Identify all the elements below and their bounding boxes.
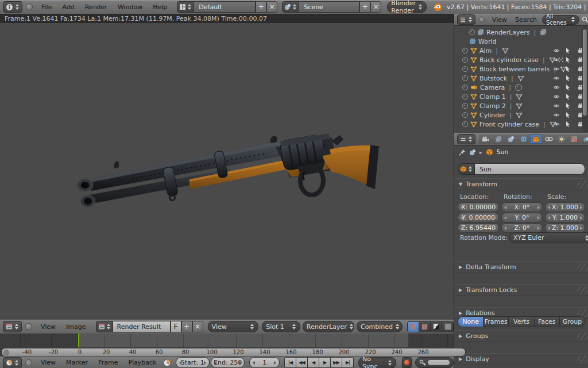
- outliner-row-renderlayers[interactable]: RenderLayers |: [454, 28, 588, 37]
- draw-alpha-button[interactable]: [431, 321, 442, 332]
- draw-rgba-button[interactable]: [419, 321, 431, 332]
- panel-transform[interactable]: ▼ Transform: [454, 178, 588, 190]
- tab-world[interactable]: [517, 135, 529, 144]
- selectable-toggle[interactable]: [562, 93, 574, 100]
- editor-type-button-properties[interactable]: [457, 134, 475, 144]
- timeline-menu-marker[interactable]: Marker: [61, 359, 93, 366]
- rotation-z-field[interactable]: Z: 0°: [501, 223, 543, 233]
- duplication-faces-button[interactable]: Faces: [535, 316, 560, 327]
- render-layer-select[interactable]: RenderLayer: [303, 321, 354, 332]
- location-x-field[interactable]: X: 0.00000: [458, 202, 499, 212]
- menu-window[interactable]: Window: [113, 3, 148, 11]
- auto-keyframe-record-button[interactable]: [402, 357, 412, 368]
- outliner-row-butstock[interactable]: Butstock |: [454, 74, 588, 83]
- menu-add[interactable]: Add: [57, 3, 79, 11]
- screen-layout-dropdown[interactable]: [177, 1, 194, 13]
- breadcrumb-object-name[interactable]: Sun: [497, 148, 509, 156]
- scene-name[interactable]: Scene: [299, 1, 359, 13]
- scale-y-field[interactable]: Y: 1.000: [545, 213, 585, 223]
- tab-render[interactable]: [479, 135, 492, 144]
- close-layout-button[interactable]: ×: [266, 1, 277, 13]
- editor-type-button-image[interactable]: [3, 321, 22, 332]
- duplication-frames-button[interactable]: Frames: [483, 316, 509, 327]
- render-slot-select[interactable]: Slot 1: [262, 321, 300, 332]
- current-frame-field[interactable]: 1: [249, 357, 280, 368]
- tab-texture[interactable]: [568, 135, 580, 144]
- menu-collapse-icon[interactable]: [479, 17, 485, 22]
- time-indicator-button[interactable]: [163, 359, 171, 367]
- image-menu-image[interactable]: Image: [61, 323, 91, 331]
- panel-display[interactable]: ▶Display: [454, 353, 588, 365]
- hide-toggle[interactable]: [551, 57, 562, 62]
- panel-delta-transform[interactable]: ▶Delta Transform: [454, 261, 588, 273]
- outliner-row-world[interactable]: World: [454, 37, 588, 46]
- selectable-toggle[interactable]: [562, 56, 574, 63]
- render-result-view[interactable]: [0, 23, 454, 320]
- duplication-verts-button[interactable]: Verts: [509, 316, 534, 327]
- expand-toggle-icon[interactable]: [462, 112, 468, 118]
- timeline-track[interactable]: [0, 334, 454, 347]
- location-y-field[interactable]: Y: 0.00000: [458, 213, 499, 223]
- expand-toggle-icon[interactable]: [462, 48, 468, 53]
- expand-toggle-icon[interactable]: [469, 29, 475, 35]
- current-frame-playhead[interactable]: [78, 334, 79, 347]
- selectable-toggle[interactable]: [562, 47, 574, 54]
- tab-scene[interactable]: [505, 135, 517, 144]
- end-frame-field[interactable]: End: 250: [211, 357, 245, 368]
- expand-toggle-icon[interactable]: [462, 57, 468, 63]
- play-reverse-button[interactable]: ◀: [308, 357, 319, 368]
- render-pass-select[interactable]: Combined: [357, 321, 403, 332]
- hide-toggle[interactable]: [551, 67, 562, 71]
- outliner-row-clamp-1[interactable]: Clamp 1 |: [454, 92, 588, 101]
- outliner-row-clamp-2[interactable]: Clamp 2 |: [454, 101, 588, 110]
- outliner-vertical-scrollbar[interactable]: [582, 29, 587, 116]
- outliner-row-aim[interactable]: Aim |: [454, 46, 588, 55]
- unlink-image-button[interactable]: ×: [192, 321, 203, 332]
- draw-rgb-button[interactable]: [407, 321, 419, 332]
- menu-file[interactable]: File: [36, 3, 57, 11]
- scale-x-field[interactable]: X: 1.000: [545, 202, 585, 212]
- image-view-mode-select[interactable]: View: [208, 321, 259, 332]
- tab-render-layers[interactable]: [492, 135, 504, 144]
- screen-layout-name[interactable]: Default: [194, 1, 256, 13]
- sync-mode-select[interactable]: No Sync: [358, 357, 396, 368]
- outliner-row-front-cylinder-case[interactable]: Front cylinder case |: [454, 120, 588, 129]
- play-button[interactable]: ▶: [319, 357, 331, 368]
- location-z-field[interactable]: Z: 6.95440: [458, 223, 499, 233]
- keying-set-input[interactable]: [428, 360, 450, 365]
- menu-collapse-icon[interactable]: [26, 3, 33, 10]
- scene-dropdown[interactable]: [282, 1, 299, 13]
- outliner-menu-search[interactable]: Search: [511, 16, 541, 24]
- image-browse-dropdown[interactable]: [96, 321, 113, 332]
- panel-transform-locks[interactable]: ▶Transform Locks: [454, 284, 588, 296]
- menu-collapse-icon[interactable]: [25, 359, 32, 366]
- timeline-menu-frame[interactable]: Frame: [93, 359, 123, 366]
- image-name-field[interactable]: Render Result: [113, 321, 171, 332]
- selectable-toggle[interactable]: [562, 75, 574, 82]
- image-menu-view[interactable]: View: [36, 323, 61, 331]
- expand-toggle-icon[interactable]: [462, 66, 468, 72]
- menu-render[interactable]: Render: [80, 3, 113, 11]
- selectable-toggle[interactable]: [562, 66, 574, 72]
- new-image-button[interactable]: +: [181, 321, 192, 332]
- outliner-filter-select[interactable]: All Scenes: [542, 15, 579, 25]
- object-id-dropdown[interactable]: [458, 163, 475, 175]
- rotation-mode-select[interactable]: XYZ Euler: [509, 232, 588, 243]
- jump-to-end-button[interactable]: ▶|: [342, 357, 354, 368]
- expand-toggle-icon[interactable]: [462, 121, 468, 127]
- menu-help[interactable]: Help: [148, 3, 172, 11]
- tab-object-data[interactable]: [555, 135, 567, 144]
- expand-toggle-icon[interactable]: [462, 75, 468, 81]
- expand-toggle-icon[interactable]: [462, 94, 468, 99]
- selectable-toggle[interactable]: [562, 102, 574, 109]
- editor-type-button-timeline[interactable]: [3, 357, 22, 368]
- tab-object[interactable]: [530, 135, 542, 144]
- selectable-toggle[interactable]: [562, 121, 574, 128]
- outliner-row-back-cylinder-case[interactable]: Back cylinder case |: [454, 55, 588, 64]
- outliner-row-block-between-barrels[interactable]: Block between barrels |: [454, 64, 588, 74]
- hide-toggle[interactable]: [551, 76, 562, 80]
- editor-type-button-outliner[interactable]: [457, 14, 475, 25]
- render-engine-select[interactable]: Blender Render: [387, 1, 427, 13]
- outliner-row-cylinder[interactable]: Cylinder |: [454, 110, 588, 120]
- duplication-none-button[interactable]: None: [458, 316, 483, 327]
